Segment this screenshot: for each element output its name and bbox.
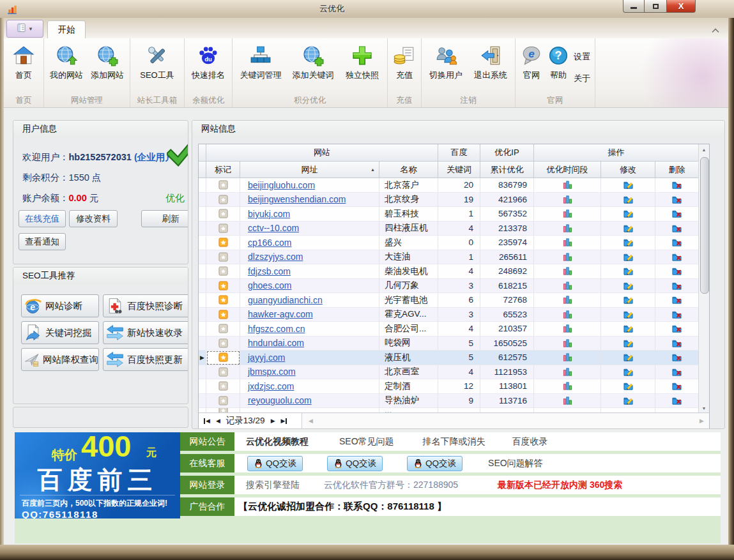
ribbon-button-设置[interactable]: 设置 bbox=[571, 50, 593, 64]
time-chart-cell[interactable] bbox=[534, 193, 601, 208]
star-flag-cell[interactable] bbox=[206, 351, 240, 365]
site-url-cell[interactable]: guangyudianchi.cn bbox=[240, 293, 379, 308]
vertical-scrollbar[interactable]: ▲▼ bbox=[698, 144, 709, 413]
site-url-cell[interactable]: beijingluohu.com bbox=[240, 178, 379, 193]
table-row[interactable]: fdjzsb.com柴油发电机4248692 bbox=[199, 264, 709, 279]
edit-cell[interactable] bbox=[601, 394, 655, 409]
edit-cell[interactable] bbox=[601, 293, 655, 308]
star-flag-cell[interactable] bbox=[206, 365, 240, 380]
star-flag-cell[interactable] bbox=[206, 193, 240, 208]
ribbon-button-关于[interactable]: 关于 bbox=[571, 72, 593, 86]
view-notice-button[interactable]: 查看通知 bbox=[19, 233, 66, 250]
table-row[interactable]: jxdzjsc.com定制酒12113801 bbox=[199, 379, 709, 394]
time-chart-cell[interactable] bbox=[534, 337, 601, 351]
star-flag-cell[interactable] bbox=[206, 207, 240, 222]
time-chart-cell[interactable] bbox=[534, 178, 601, 193]
ribbon-button-我的网站[interactable]: 我的网站 bbox=[46, 42, 87, 81]
edit-cell[interactable] bbox=[601, 279, 655, 294]
table-row[interactable]: reyouguolu.com导热油炉9113716 bbox=[199, 394, 709, 409]
table-row[interactable]: beijingwenshendian.com北京纹身19421966 bbox=[199, 193, 709, 208]
edit-cell[interactable] bbox=[601, 308, 655, 322]
time-chart-cell[interactable] bbox=[534, 222, 601, 236]
delete-cell[interactable] bbox=[655, 337, 699, 351]
star-flag-cell[interactable] bbox=[206, 308, 240, 322]
star-flag-cell[interactable] bbox=[206, 394, 240, 409]
edit-cell[interactable] bbox=[601, 250, 655, 265]
delete-cell[interactable] bbox=[655, 264, 699, 279]
delete-cell[interactable] bbox=[655, 394, 699, 409]
login-item[interactable]: 搜索引擎登陆 bbox=[246, 480, 300, 491]
edit-cell[interactable] bbox=[601, 193, 655, 208]
ribbon-button-独立快照[interactable]: 独立快照 bbox=[339, 42, 385, 81]
last-page-button[interactable]: ▶ bbox=[281, 418, 287, 424]
star-flag-cell[interactable] bbox=[206, 279, 240, 294]
column-header[interactable] bbox=[199, 144, 206, 162]
column-header[interactable]: 删除 bbox=[655, 162, 699, 178]
star-flag-cell[interactable] bbox=[206, 322, 240, 337]
edit-cell[interactable] bbox=[601, 178, 655, 193]
table-row[interactable]: cp166.com盛兴0235974 bbox=[199, 236, 709, 250]
time-chart-cell[interactable] bbox=[534, 250, 601, 265]
site-url-cell[interactable]: dlzszyjys.com bbox=[240, 250, 379, 265]
star-flag-cell[interactable] bbox=[206, 178, 240, 193]
delete-cell[interactable] bbox=[655, 365, 699, 380]
ribbon-button-官网[interactable]: e官网 bbox=[517, 42, 546, 81]
edit-cell[interactable] bbox=[601, 351, 655, 365]
site-url-cell[interactable]: biyukj.com bbox=[240, 207, 379, 222]
delete-cell[interactable] bbox=[655, 250, 699, 265]
table-row[interactable]: jbmspx.com北京画室41121953 bbox=[199, 365, 709, 380]
time-chart-cell[interactable] bbox=[534, 308, 601, 322]
announce-link[interactable]: 排名下降或消失 bbox=[423, 436, 486, 448]
minimize-button[interactable] bbox=[623, 0, 645, 13]
table-row[interactable]: biyukj.com碧玉科技1567352 bbox=[199, 207, 709, 222]
site-url-cell[interactable]: jayyj.com bbox=[240, 351, 379, 365]
site-url-cell[interactable]: fdjzsb.com bbox=[240, 264, 379, 279]
ribbon-button-快速排名[interactable]: du快速排名 bbox=[187, 42, 230, 81]
delete-cell[interactable] bbox=[655, 178, 699, 193]
delete-cell[interactable] bbox=[655, 193, 699, 208]
column-header[interactable] bbox=[199, 162, 206, 178]
refresh-button[interactable]: 刷新 bbox=[141, 210, 188, 227]
time-chart-cell[interactable] bbox=[534, 236, 601, 250]
time-chart-cell[interactable] bbox=[534, 207, 601, 222]
star-flag-cell[interactable] bbox=[206, 293, 240, 308]
site-url-cell[interactable]: jbmspx.com bbox=[240, 365, 379, 380]
star-flag-cell[interactable] bbox=[206, 222, 240, 236]
ad-banner[interactable]: 特价 400 元 百度前三 百度前三页内，500以下指数的正规企业词! QQ:7… bbox=[15, 432, 180, 518]
column-header[interactable]: 标记 bbox=[206, 162, 240, 178]
delete-cell[interactable] bbox=[655, 351, 699, 365]
time-chart-cell[interactable] bbox=[534, 264, 601, 279]
time-chart-cell[interactable] bbox=[534, 293, 601, 308]
delete-cell[interactable] bbox=[655, 308, 699, 322]
hscroll-right-icon[interactable]: ▶ bbox=[700, 418, 704, 424]
column-header[interactable]: 优化IP bbox=[480, 144, 534, 162]
star-flag-cell[interactable] bbox=[206, 337, 240, 351]
qq-chat-button[interactable]: QQ交谈 bbox=[327, 456, 383, 471]
table-row[interactable]: dlzszyjys.com大连油1265611 bbox=[199, 250, 709, 265]
star-flag-cell[interactable] bbox=[206, 236, 240, 250]
first-page-button[interactable]: ◀ bbox=[204, 418, 210, 424]
seo-answer-link[interactable]: SEO问题解答 bbox=[488, 458, 543, 469]
star-flag-cell[interactable] bbox=[206, 264, 240, 279]
column-header[interactable]: 名称 bbox=[379, 162, 438, 178]
table-row[interactable]: cctv--10.com四柱液压机4213378 bbox=[199, 222, 709, 236]
maximize-button[interactable] bbox=[645, 0, 666, 13]
column-header[interactable]: 优化时间段 bbox=[534, 162, 601, 178]
edit-profile-button[interactable]: 修改资料 bbox=[69, 210, 118, 227]
ribbon-button-添加关键词[interactable]: 添加关键词 bbox=[287, 42, 339, 81]
ribbon-button-帮助[interactable]: ?帮助 bbox=[546, 42, 571, 81]
table-row[interactable]: guangyudianchi.cn光宇蓄电池672768 bbox=[199, 293, 709, 308]
column-header[interactable]: 关键词 bbox=[438, 162, 480, 178]
site-url-cell[interactable]: cp166.com bbox=[240, 236, 379, 250]
table-row[interactable]: ghoes.com几何万象3618215 bbox=[199, 279, 709, 294]
edit-cell[interactable] bbox=[601, 379, 655, 394]
ribbon-button-充值[interactable]: 充值 bbox=[390, 42, 419, 81]
edit-cell[interactable] bbox=[601, 207, 655, 222]
site-url-cell[interactable]: ghoes.com bbox=[240, 279, 379, 294]
ribbon-button-SEO工具[interactable]: SEO工具 bbox=[132, 42, 182, 81]
edit-cell[interactable] bbox=[601, 236, 655, 250]
seo-tool-button-网站诊断[interactable]: e网站诊断 bbox=[21, 294, 99, 317]
announce-link[interactable]: 百度收录 bbox=[512, 436, 548, 448]
column-header[interactable]: 操作 bbox=[534, 144, 699, 162]
delete-cell[interactable] bbox=[655, 322, 699, 337]
